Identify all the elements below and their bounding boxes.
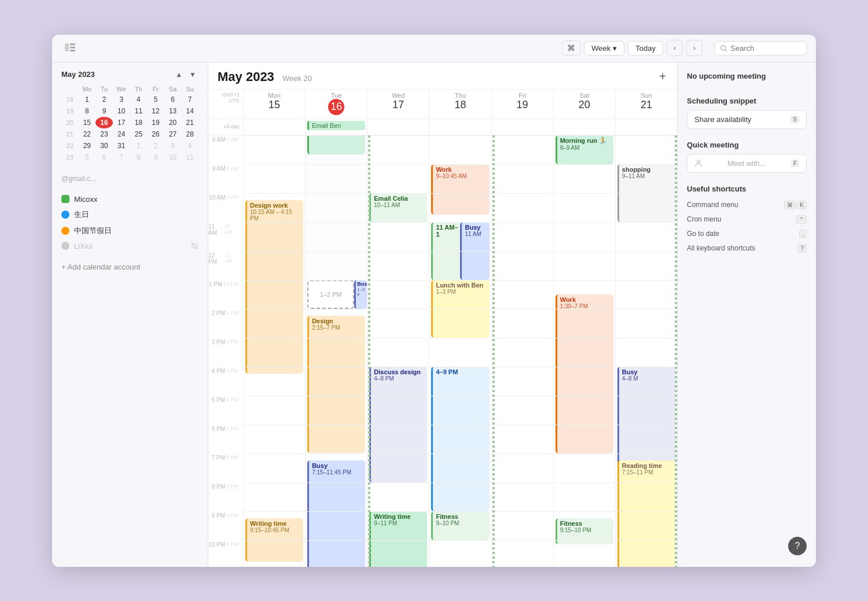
mini-cal-day[interactable]: 25 [130,128,148,140]
meet-with-input[interactable]: Meet with... F [687,154,807,173]
mini-cal-day[interactable]: 11 [130,105,148,117]
event-writing-time-wed[interactable]: Writing time 9–11 PM [369,511,427,567]
mini-cal-prev[interactable]: ▲ [173,69,185,80]
shortcut-all-shortcuts[interactable]: All keyboard shortcuts ? [687,241,807,256]
mini-cal-day[interactable]: 15 [78,117,95,128]
mini-cal-day[interactable]: 8 [130,152,148,163]
event-email-celia[interactable]: Email Celia 10–11 AM [369,193,427,222]
mini-cal-day[interactable]: 11 [181,152,198,163]
help-button[interactable]: ? [788,537,807,555]
mini-cal-day[interactable]: 27 [164,128,182,140]
mini-cal-day[interactable]: 5 [147,94,164,105]
day-header-sat[interactable]: Sat 20 [553,90,615,119]
event-discuss-design[interactable]: Discuss design 4–8 PM [369,367,427,482]
prev-button[interactable]: ‹ [667,40,683,56]
shortcuts-label: Useful shortcuts [687,185,807,193]
mini-cal-today[interactable]: 16 [95,117,113,128]
command-button[interactable]: ⌘ [562,40,580,56]
calendar-item-birthday[interactable]: 生日 [61,207,198,223]
shortcut-command-menu[interactable]: Command menu ⌘ K [687,198,807,212]
event-design-tue[interactable]: Design 2:15–7 PM [307,316,365,453]
mini-cal-day[interactable]: 21 [181,117,198,128]
event-fitness-thu[interactable]: Fitness 9–10 PM [431,511,489,540]
add-calendar-button[interactable]: + Add calendar account [52,258,208,276]
mini-cal-next[interactable]: ▼ [187,69,198,80]
event-work-thu[interactable]: Work 9–10:45 AM [431,164,489,215]
mini-cal-day[interactable]: 12 [147,105,164,117]
event-shopping[interactable]: shopping 9–11 AM [617,164,675,222]
search-box[interactable] [714,41,807,56]
next-button[interactable]: › [686,40,703,56]
day-header-sun[interactable]: Sun 21 [615,90,677,119]
event-busy-dashed-tue[interactable]: 1–2 PM [307,280,354,309]
mini-cal-day[interactable]: 26 [147,128,164,140]
day-header-wed[interactable]: Wed 17 [367,90,429,119]
event-lunch-ben[interactable]: Lunch with Ben 1–3 PM [431,280,489,338]
mini-cal-day[interactable]: 13 [164,105,182,117]
mini-cal-day[interactable]: 7 [181,94,198,105]
mini-cal-day[interactable]: 3 [113,94,130,105]
mini-cal-day[interactable]: 10 [164,152,182,163]
mini-cal-day[interactable]: 2 [95,94,113,105]
shortcut-go-to-date[interactable]: Go to date . [687,227,807,241]
today-button[interactable]: Today [628,41,663,56]
event-busy-thu[interactable]: Busy 11 AM [460,222,489,280]
mini-cal-day[interactable]: 19 [147,117,164,128]
event-work-sat[interactable]: Work 1:30–7 PM [556,294,613,453]
add-event-button[interactable]: + [655,69,670,84]
sidebar-toggle-button[interactable] [61,40,79,57]
calendar-item-cn-holidays[interactable]: 中国节假日 [61,223,198,239]
mini-cal-day[interactable]: 4 [181,140,198,152]
mini-cal-day[interactable]: 23 [95,128,113,140]
mini-cal-day[interactable]: 20 [164,117,182,128]
search-input[interactable] [730,44,800,53]
calendar-item-lixiui[interactable]: LiXiui [61,239,198,253]
no-meeting-label: No upcoming meeting [687,72,807,80]
day-headers-row: GMT+1 UTC Mon 15 Tue 16 Wed 17 Thu 18 [208,90,677,119]
mini-cal-day[interactable]: 22 [78,128,95,140]
mini-cal-day[interactable]: 10 [113,105,130,117]
mini-cal-day[interactable]: 7 [113,152,130,163]
event-design-work[interactable]: Design work 10:15 AM – 4:15 PM [245,200,303,374]
event-morning-run-tue[interactable]: Morning run 🏃 7:15–8:45 AM [307,135,365,154]
event-reading-time[interactable]: Reading time 7:15–11 PM [617,460,675,567]
mini-cal-day[interactable]: 3 [164,140,182,152]
mini-cal-day[interactable]: 29 [78,140,95,152]
mini-cal-day[interactable]: 18 [130,117,148,128]
mini-cal-day[interactable]: 6 [95,152,113,163]
mini-cal-day[interactable]: 6 [164,94,182,105]
event-busy-tue-small[interactable]: Busy 1–2 F [354,280,367,309]
mini-cal-day[interactable]: 30 [95,140,113,152]
event-11am-thu[interactable]: 11 AM–1 [431,222,462,280]
shortcut-cron-menu[interactable]: Cron menu ⌃ [687,212,807,227]
mini-cal-day[interactable]: 28 [181,128,198,140]
event-morning-run-sat[interactable]: Morning run 🏃 8–9 AM [556,135,613,164]
day-header-tue[interactable]: Tue 16 [305,90,367,119]
mini-cal-day[interactable]: 1 [78,94,95,105]
scheduling-section: Scheduling snippet Share availability S [687,97,807,129]
event-writing-time-mon[interactable]: Writing time 9:15–10:45 PM [245,518,303,562]
calendar-item-micoxx[interactable]: Micoxx [61,192,198,207]
sidebar-account: @gmail.c... [52,170,208,187]
mini-cal-day[interactable]: 17 [113,117,130,128]
event-4-9pm-thu[interactable]: 4–9 PM [431,367,489,511]
day-header-fri[interactable]: Fri 19 [491,90,553,119]
day-header-thu[interactable]: Thu 18 [429,90,491,119]
mini-cal-day[interactable]: 2 [147,140,164,152]
day-header-mon[interactable]: Mon 15 [243,90,305,119]
event-busy-tue-night[interactable]: Busy 7:15–11:45 PM [307,460,365,567]
share-availability-button[interactable]: Share availability S [687,110,807,129]
week-view-button[interactable]: Week ▾ [584,41,624,56]
mini-cal-day[interactable]: 14 [181,105,198,117]
mini-cal-day[interactable]: 9 [95,105,113,117]
email-ben-event[interactable]: Email Ben [307,121,365,130]
svg-line-5 [725,49,727,51]
mini-cal-day[interactable]: 1 [130,140,148,152]
mini-cal-day[interactable]: 8 [78,105,95,117]
mini-cal-day[interactable]: 31 [113,140,130,152]
mini-cal-day[interactable]: 9 [147,152,164,163]
mini-cal-day[interactable]: 4 [130,94,148,105]
event-fitness-sat[interactable]: Fitness 9:15–10 PM [556,518,613,544]
mini-cal-day[interactable]: 24 [113,128,130,140]
mini-cal-day[interactable]: 5 [78,152,95,163]
